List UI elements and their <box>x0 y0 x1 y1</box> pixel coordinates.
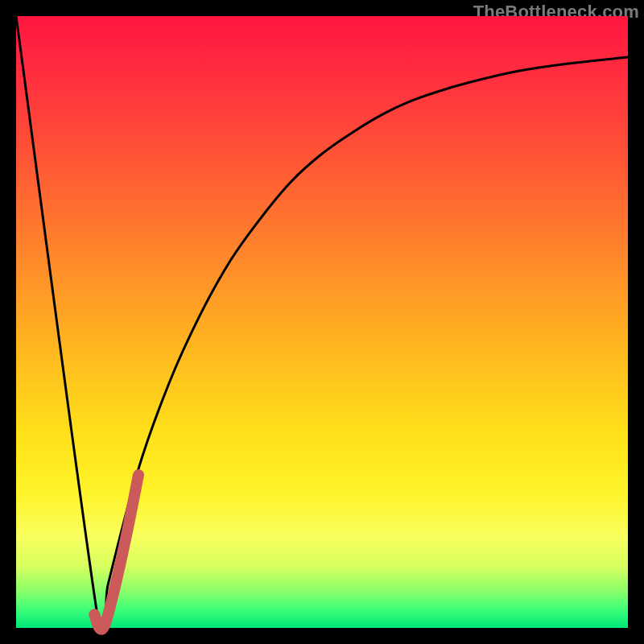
chart-canvas <box>16 16 628 628</box>
chart-frame: TheBottleneck.com <box>0 0 644 644</box>
bottleneck-curve <box>16 16 628 644</box>
